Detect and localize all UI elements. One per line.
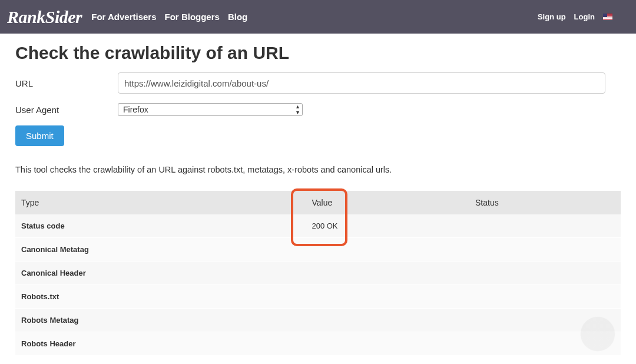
form-row-submit: Submit <box>15 125 621 146</box>
cell-type: Robots Header <box>15 332 306 356</box>
table-row: Canonical Header <box>15 262 621 285</box>
cell-status <box>469 285 621 309</box>
nav-advertisers[interactable]: For Advertisers <box>91 12 156 22</box>
cell-status <box>469 262 621 285</box>
cell-value <box>306 262 469 285</box>
cell-type: Robots Metatag <box>15 309 306 332</box>
url-input[interactable] <box>118 72 605 94</box>
results-table-wrap: Type Value Status Status code 200 OK Can… <box>15 191 621 356</box>
submit-button[interactable]: Submit <box>15 125 64 146</box>
primary-nav: For Advertisers For Bloggers Blog <box>91 12 247 22</box>
cell-status <box>469 309 621 332</box>
col-status: Status <box>469 191 621 214</box>
cell-value <box>306 309 469 332</box>
cell-status <box>469 238 621 262</box>
cell-value <box>306 238 469 262</box>
ua-label: User Agent <box>15 105 118 115</box>
table-row: Robots.txt <box>15 285 621 309</box>
cell-value: 200 OK <box>306 214 469 238</box>
cell-type: Canonical Metatag <box>15 238 306 262</box>
nav-login[interactable]: Login <box>574 12 595 21</box>
col-value: Value <box>306 191 469 214</box>
cell-value <box>306 285 469 309</box>
cell-type: Canonical Header <box>15 262 306 285</box>
table-row: Canonical Metatag <box>15 238 621 262</box>
nav-blog[interactable]: Blog <box>228 12 247 22</box>
nav-bloggers[interactable]: For Bloggers <box>165 12 220 22</box>
page-title: Check the crawlability of an URL <box>15 43 621 63</box>
form-row-url: URL <box>15 72 621 94</box>
tool-description: This tool checks the crawlability of an … <box>15 165 621 174</box>
main-container: Check the crawlability of an URL URL Use… <box>0 34 636 356</box>
cell-type: Status code <box>15 214 306 238</box>
table-row: Status code 200 OK <box>15 214 621 238</box>
secondary-nav: Sign up Login <box>538 12 630 21</box>
cell-type: Robots.txt <box>15 285 306 309</box>
language-flag-icon[interactable] <box>603 14 612 20</box>
brand-logo[interactable]: RankSider <box>6 7 85 27</box>
cell-value <box>306 332 469 356</box>
cell-status <box>469 214 621 238</box>
cell-status <box>469 332 621 356</box>
ua-select[interactable]: Firefox <box>118 103 303 116</box>
results-table: Type Value Status Status code 200 OK Can… <box>15 191 621 356</box>
col-type: Type <box>15 191 306 214</box>
ua-select-wrap: Firefox ▴▾ <box>118 103 303 116</box>
table-row: Robots Metatag <box>15 309 621 332</box>
topbar: RankSider For Advertisers For Bloggers B… <box>0 0 636 34</box>
url-label: URL <box>15 78 118 88</box>
form-row-user-agent: User Agent Firefox ▴▾ <box>15 103 621 116</box>
nav-signup[interactable]: Sign up <box>538 12 566 21</box>
table-row: Robots Header <box>15 332 621 356</box>
